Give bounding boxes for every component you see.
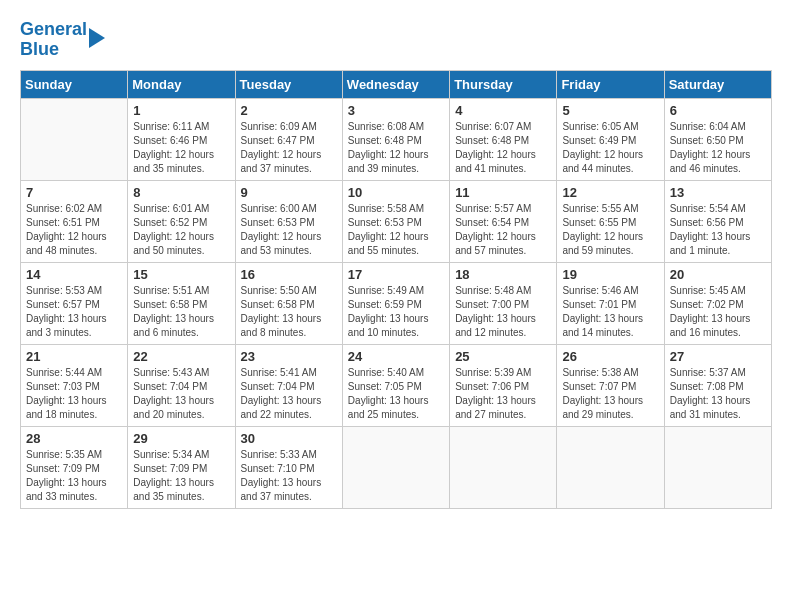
day-number: 16 (241, 267, 337, 282)
day-number: 13 (670, 185, 766, 200)
day-number: 26 (562, 349, 658, 364)
calendar-cell (450, 426, 557, 508)
cell-content: Sunrise: 5:34 AMSunset: 7:09 PMDaylight:… (133, 449, 214, 502)
calendar-cell: 26 Sunrise: 5:38 AMSunset: 7:07 PMDaylig… (557, 344, 664, 426)
logo: GeneralBlue (20, 20, 105, 60)
calendar-cell: 17 Sunrise: 5:49 AMSunset: 6:59 PMDaylig… (342, 262, 449, 344)
cell-content: Sunrise: 5:33 AMSunset: 7:10 PMDaylight:… (241, 449, 322, 502)
cell-content: Sunrise: 5:39 AMSunset: 7:06 PMDaylight:… (455, 367, 536, 420)
calendar-cell: 3 Sunrise: 6:08 AMSunset: 6:48 PMDayligh… (342, 98, 449, 180)
calendar-cell: 14 Sunrise: 5:53 AMSunset: 6:57 PMDaylig… (21, 262, 128, 344)
day-number: 15 (133, 267, 229, 282)
day-number: 2 (241, 103, 337, 118)
cell-content: Sunrise: 6:01 AMSunset: 6:52 PMDaylight:… (133, 203, 214, 256)
calendar-cell: 16 Sunrise: 5:50 AMSunset: 6:58 PMDaylig… (235, 262, 342, 344)
calendar-cell: 18 Sunrise: 5:48 AMSunset: 7:00 PMDaylig… (450, 262, 557, 344)
calendar-cell (21, 98, 128, 180)
logo-arrow-icon (89, 28, 105, 48)
day-number: 21 (26, 349, 122, 364)
day-number: 28 (26, 431, 122, 446)
weekday-header: Wednesday (342, 70, 449, 98)
weekday-header: Tuesday (235, 70, 342, 98)
calendar-cell: 23 Sunrise: 5:41 AMSunset: 7:04 PMDaylig… (235, 344, 342, 426)
cell-content: Sunrise: 5:48 AMSunset: 7:00 PMDaylight:… (455, 285, 536, 338)
calendar-cell: 29 Sunrise: 5:34 AMSunset: 7:09 PMDaylig… (128, 426, 235, 508)
weekday-header: Monday (128, 70, 235, 98)
weekday-header: Saturday (664, 70, 771, 98)
cell-content: Sunrise: 5:35 AMSunset: 7:09 PMDaylight:… (26, 449, 107, 502)
cell-content: Sunrise: 5:38 AMSunset: 7:07 PMDaylight:… (562, 367, 643, 420)
cell-content: Sunrise: 6:00 AMSunset: 6:53 PMDaylight:… (241, 203, 322, 256)
calendar-cell: 6 Sunrise: 6:04 AMSunset: 6:50 PMDayligh… (664, 98, 771, 180)
cell-content: Sunrise: 5:57 AMSunset: 6:54 PMDaylight:… (455, 203, 536, 256)
cell-content: Sunrise: 6:09 AMSunset: 6:47 PMDaylight:… (241, 121, 322, 174)
day-number: 7 (26, 185, 122, 200)
day-number: 19 (562, 267, 658, 282)
calendar-cell: 7 Sunrise: 6:02 AMSunset: 6:51 PMDayligh… (21, 180, 128, 262)
weekday-header: Friday (557, 70, 664, 98)
day-number: 10 (348, 185, 444, 200)
cell-content: Sunrise: 6:04 AMSunset: 6:50 PMDaylight:… (670, 121, 751, 174)
day-number: 12 (562, 185, 658, 200)
calendar-header: SundayMondayTuesdayWednesdayThursdayFrid… (21, 70, 772, 98)
day-number: 5 (562, 103, 658, 118)
calendar-cell: 11 Sunrise: 5:57 AMSunset: 6:54 PMDaylig… (450, 180, 557, 262)
cell-content: Sunrise: 6:02 AMSunset: 6:51 PMDaylight:… (26, 203, 107, 256)
calendar-cell: 15 Sunrise: 5:51 AMSunset: 6:58 PMDaylig… (128, 262, 235, 344)
cell-content: Sunrise: 5:53 AMSunset: 6:57 PMDaylight:… (26, 285, 107, 338)
day-number: 23 (241, 349, 337, 364)
cell-content: Sunrise: 6:11 AMSunset: 6:46 PMDaylight:… (133, 121, 214, 174)
calendar-cell: 21 Sunrise: 5:44 AMSunset: 7:03 PMDaylig… (21, 344, 128, 426)
calendar-cell (342, 426, 449, 508)
calendar-cell: 25 Sunrise: 5:39 AMSunset: 7:06 PMDaylig… (450, 344, 557, 426)
calendar-cell: 10 Sunrise: 5:58 AMSunset: 6:53 PMDaylig… (342, 180, 449, 262)
day-number: 11 (455, 185, 551, 200)
calendar-cell: 13 Sunrise: 5:54 AMSunset: 6:56 PMDaylig… (664, 180, 771, 262)
day-number: 3 (348, 103, 444, 118)
cell-content: Sunrise: 5:40 AMSunset: 7:05 PMDaylight:… (348, 367, 429, 420)
calendar-cell: 20 Sunrise: 5:45 AMSunset: 7:02 PMDaylig… (664, 262, 771, 344)
day-number: 22 (133, 349, 229, 364)
cell-content: Sunrise: 5:46 AMSunset: 7:01 PMDaylight:… (562, 285, 643, 338)
day-number: 25 (455, 349, 551, 364)
day-number: 8 (133, 185, 229, 200)
calendar-cell: 27 Sunrise: 5:37 AMSunset: 7:08 PMDaylig… (664, 344, 771, 426)
cell-content: Sunrise: 6:07 AMSunset: 6:48 PMDaylight:… (455, 121, 536, 174)
cell-content: Sunrise: 6:05 AMSunset: 6:49 PMDaylight:… (562, 121, 643, 174)
calendar-cell: 4 Sunrise: 6:07 AMSunset: 6:48 PMDayligh… (450, 98, 557, 180)
weekday-header: Thursday (450, 70, 557, 98)
cell-content: Sunrise: 6:08 AMSunset: 6:48 PMDaylight:… (348, 121, 429, 174)
day-number: 17 (348, 267, 444, 282)
calendar-cell: 19 Sunrise: 5:46 AMSunset: 7:01 PMDaylig… (557, 262, 664, 344)
day-number: 20 (670, 267, 766, 282)
day-number: 4 (455, 103, 551, 118)
day-number: 30 (241, 431, 337, 446)
cell-content: Sunrise: 5:58 AMSunset: 6:53 PMDaylight:… (348, 203, 429, 256)
cell-content: Sunrise: 5:51 AMSunset: 6:58 PMDaylight:… (133, 285, 214, 338)
calendar-cell: 12 Sunrise: 5:55 AMSunset: 6:55 PMDaylig… (557, 180, 664, 262)
calendar-cell (664, 426, 771, 508)
calendar-table: SundayMondayTuesdayWednesdayThursdayFrid… (20, 70, 772, 509)
calendar-cell: 5 Sunrise: 6:05 AMSunset: 6:49 PMDayligh… (557, 98, 664, 180)
calendar-cell: 22 Sunrise: 5:43 AMSunset: 7:04 PMDaylig… (128, 344, 235, 426)
cell-content: Sunrise: 5:49 AMSunset: 6:59 PMDaylight:… (348, 285, 429, 338)
day-number: 9 (241, 185, 337, 200)
calendar-cell: 2 Sunrise: 6:09 AMSunset: 6:47 PMDayligh… (235, 98, 342, 180)
cell-content: Sunrise: 5:55 AMSunset: 6:55 PMDaylight:… (562, 203, 643, 256)
cell-content: Sunrise: 5:50 AMSunset: 6:58 PMDaylight:… (241, 285, 322, 338)
calendar-cell: 8 Sunrise: 6:01 AMSunset: 6:52 PMDayligh… (128, 180, 235, 262)
logo-text: GeneralBlue (20, 20, 87, 60)
cell-content: Sunrise: 5:44 AMSunset: 7:03 PMDaylight:… (26, 367, 107, 420)
day-number: 14 (26, 267, 122, 282)
cell-content: Sunrise: 5:41 AMSunset: 7:04 PMDaylight:… (241, 367, 322, 420)
calendar-cell: 1 Sunrise: 6:11 AMSunset: 6:46 PMDayligh… (128, 98, 235, 180)
cell-content: Sunrise: 5:43 AMSunset: 7:04 PMDaylight:… (133, 367, 214, 420)
day-number: 29 (133, 431, 229, 446)
day-number: 27 (670, 349, 766, 364)
weekday-header: Sunday (21, 70, 128, 98)
cell-content: Sunrise: 5:37 AMSunset: 7:08 PMDaylight:… (670, 367, 751, 420)
calendar-cell: 9 Sunrise: 6:00 AMSunset: 6:53 PMDayligh… (235, 180, 342, 262)
cell-content: Sunrise: 5:54 AMSunset: 6:56 PMDaylight:… (670, 203, 751, 256)
day-number: 24 (348, 349, 444, 364)
cell-content: Sunrise: 5:45 AMSunset: 7:02 PMDaylight:… (670, 285, 751, 338)
